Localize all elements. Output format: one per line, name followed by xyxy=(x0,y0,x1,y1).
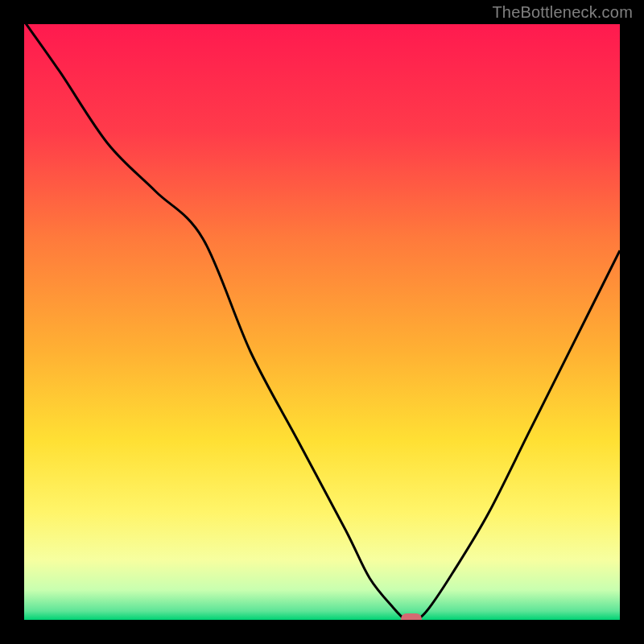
chart-frame: TheBottleneck.com xyxy=(0,0,644,644)
bottleneck-plot xyxy=(24,24,620,620)
gradient-background xyxy=(24,24,620,620)
plot-svg xyxy=(24,24,620,620)
optimal-marker xyxy=(401,613,422,620)
watermark-label: TheBottleneck.com xyxy=(492,3,633,22)
